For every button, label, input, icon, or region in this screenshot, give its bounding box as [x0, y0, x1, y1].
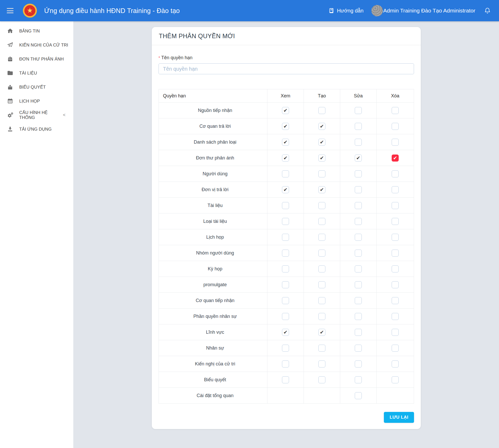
help-link[interactable]: Hướng dẫn	[329, 8, 363, 14]
checkbox-xoa[interactable]	[392, 107, 399, 114]
permission-row-label: Kiến nghị của cử tri	[159, 356, 267, 372]
checkbox-sua[interactable]	[355, 139, 362, 146]
checkbox-tao[interactable]: ✔	[318, 329, 325, 336]
checkbox-sua[interactable]	[355, 392, 362, 399]
permission-row-label: Loại tài liệu	[159, 213, 267, 229]
checkbox-sua[interactable]	[355, 281, 362, 288]
checkbox-tao[interactable]: ✔	[318, 139, 325, 146]
checkbox-xem[interactable]	[282, 376, 289, 383]
cell-xem	[267, 213, 304, 229]
checkbox-xem[interactable]	[282, 360, 289, 367]
checkbox-xem[interactable]	[282, 218, 289, 225]
menu-icon[interactable]	[7, 8, 14, 13]
checkbox-sua[interactable]	[355, 360, 362, 367]
checkbox-xoa[interactable]	[392, 234, 399, 241]
checkbox-tao[interactable]	[318, 297, 325, 304]
permission-name-input[interactable]	[159, 63, 414, 74]
cell-sua: ✔	[340, 150, 377, 166]
checkbox-sua[interactable]: ✔	[355, 155, 362, 162]
checkbox-xoa[interactable]	[392, 170, 399, 177]
permission-row-label: Lịch họp	[159, 229, 267, 245]
checkbox-sua[interactable]	[355, 250, 362, 257]
checkbox-sua[interactable]	[355, 297, 362, 304]
checkbox-tao[interactable]	[318, 313, 325, 320]
checkbox-sua[interactable]	[355, 345, 362, 352]
checkbox-xoa[interactable]: ✔	[392, 155, 399, 162]
checkbox-tao[interactable]	[318, 250, 325, 257]
checkbox-xoa[interactable]	[392, 376, 399, 383]
checkbox-tao[interactable]	[318, 345, 325, 352]
checkbox-xoa[interactable]	[392, 345, 399, 352]
checkbox-xem[interactable]: ✔	[282, 107, 289, 114]
checkbox-xem[interactable]	[282, 202, 289, 209]
checkbox-xem[interactable]: ✔	[282, 123, 289, 130]
table-row: Cài đặt tổng quan	[159, 388, 414, 404]
checkbox-tao[interactable]	[318, 376, 325, 383]
checkbox-tao[interactable]: ✔	[318, 186, 325, 193]
checkbox-sua[interactable]	[355, 313, 362, 320]
sidebar-item-tai-ung-dung[interactable]: TẢI ỨNG DỤNG	[0, 122, 73, 136]
sidebar-item-cau-hinh-he-thong[interactable]: CẤU HÌNH HỆ THỐNG<	[0, 108, 73, 122]
checkbox-xoa[interactable]	[392, 139, 399, 146]
checkbox-tao[interactable]	[318, 107, 325, 114]
checkbox-tao[interactable]: ✔	[318, 155, 325, 162]
cell-tao	[304, 198, 340, 213]
sidebar-item-tai-lieu[interactable]: TÀI LIỆU	[0, 66, 73, 80]
sidebar-item-kien-nghi-cua-cu-tri[interactable]: KIẾN NGHỊ CỦA CỬ TRI	[0, 38, 73, 52]
checkbox-xoa[interactable]	[392, 265, 399, 272]
checkbox-xoa[interactable]	[392, 313, 399, 320]
permission-row-label: Nhóm người dùng	[159, 245, 267, 261]
save-button[interactable]: LƯU LẠI	[384, 412, 414, 423]
checkbox-sua[interactable]	[355, 107, 362, 114]
checkbox-xoa[interactable]	[392, 250, 399, 257]
sidebar-item-bieu-quyet[interactable]: BIỂU QUYẾT	[0, 80, 73, 94]
checkbox-tao[interactable]	[318, 265, 325, 272]
checkbox-sua[interactable]	[355, 123, 362, 130]
checkbox-xem[interactable]: ✔	[282, 186, 289, 193]
user-menu[interactable]: Admin Training Đào Tạo Administrator	[371, 5, 475, 16]
checkbox-xoa[interactable]	[392, 329, 399, 336]
cell-xem	[267, 245, 304, 261]
checkbox-xem[interactable]	[282, 345, 289, 352]
checkbox-tao[interactable]	[318, 170, 325, 177]
checkbox-xoa[interactable]	[392, 123, 399, 130]
checkbox-sua[interactable]	[355, 376, 362, 383]
checkbox-sua[interactable]	[355, 218, 362, 225]
checkbox-sua[interactable]	[355, 170, 362, 177]
checkbox-xem[interactable]: ✔	[282, 139, 289, 146]
checkbox-tao[interactable]	[318, 202, 325, 209]
cell-xem	[267, 293, 304, 309]
checkbox-sua[interactable]	[355, 186, 362, 193]
checkbox-xem[interactable]: ✔	[282, 155, 289, 162]
checkbox-sua[interactable]	[355, 329, 362, 336]
checkbox-sua[interactable]	[355, 202, 362, 209]
checkbox-tao[interactable]	[318, 218, 325, 225]
checkbox-sua[interactable]	[355, 265, 362, 272]
checkbox-xem[interactable]	[282, 234, 289, 241]
checkbox-xem[interactable]	[282, 297, 289, 304]
cell-xoa	[377, 213, 414, 229]
checkbox-xoa[interactable]	[392, 360, 399, 367]
checkbox-xoa[interactable]	[392, 297, 399, 304]
checkbox-xem[interactable]	[282, 265, 289, 272]
column-header-3: Sửa	[340, 89, 377, 103]
checkbox-tao[interactable]	[318, 281, 325, 288]
checkbox-xem[interactable]	[282, 281, 289, 288]
checkbox-xem[interactable]	[282, 313, 289, 320]
checkbox-xem[interactable]	[282, 250, 289, 257]
checkbox-sua[interactable]	[355, 234, 362, 241]
notifications-bell-icon[interactable]	[484, 8, 491, 14]
checkbox-xem[interactable]: ✔	[282, 329, 289, 336]
sidebar-item-don-thu-phan-anh[interactable]: ĐƠN THƯ PHẢN ÁNH	[0, 52, 73, 66]
checkbox-xem[interactable]	[282, 170, 289, 177]
checkbox-xoa[interactable]	[392, 186, 399, 193]
checkbox-tao[interactable]	[318, 234, 325, 241]
sidebar-item-lich-hop[interactable]: LỊCH HỌP	[0, 94, 73, 108]
checkbox-tao[interactable]	[318, 360, 325, 367]
checkbox-tao[interactable]: ✔	[318, 123, 325, 130]
checkbox-xoa[interactable]	[392, 202, 399, 209]
cell-xoa	[377, 293, 414, 309]
checkbox-xoa[interactable]	[392, 218, 399, 225]
sidebar-item-bang-tin[interactable]: BẢNG TIN	[0, 24, 73, 38]
checkbox-xoa[interactable]	[392, 281, 399, 288]
